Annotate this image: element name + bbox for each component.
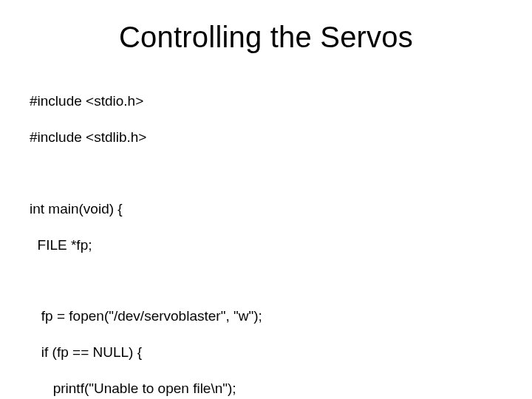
code-block: #include <stdio.h> #include <stdlib.h> i… bbox=[30, 75, 502, 399]
slide-title: Controlling the Servos bbox=[30, 21, 502, 54]
code-line: printf("Unable to open file\n"); bbox=[30, 380, 502, 398]
blank-line bbox=[30, 272, 502, 290]
code-line: #include <stdio.h> bbox=[30, 92, 502, 110]
code-line: FILE *fp; bbox=[30, 236, 502, 254]
code-line: int main(void) { bbox=[30, 200, 502, 218]
blank-line bbox=[30, 165, 502, 183]
slide: Controlling the Servos #include <stdio.h… bbox=[0, 0, 532, 399]
code-line: if (fp == NULL) { bbox=[30, 344, 502, 361]
code-line: fp = fopen("/dev/servoblaster", "w"); bbox=[30, 307, 502, 325]
code-line: #include <stdlib.h> bbox=[30, 129, 502, 146]
